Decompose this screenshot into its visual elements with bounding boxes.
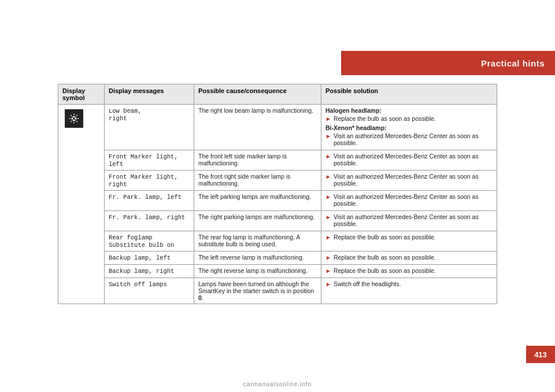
cause-4: The left parking lamps are malfunctionin… <box>194 191 321 211</box>
table-row: Rear foglampSubstitute bulb on The rear … <box>58 231 497 252</box>
display-message-9: Switch off lamps <box>105 278 194 304</box>
arrow-icon-3: ► <box>325 153 331 160</box>
table-row: Low beam,right The right low beam lamp i… <box>58 105 497 150</box>
table-header-row: Display symbol Display messages Possible… <box>58 84 497 105</box>
solution-text-7: Replace the bulb as soon as possible. <box>334 254 436 261</box>
solution-item-3: ► Visit an authorized Mercedes-Benz Cent… <box>325 173 493 187</box>
solution-text-8: Replace the bulb as soon as possible. <box>334 267 436 274</box>
solution-2: ► Visit an authorized Mercedes-Benz Cent… <box>321 150 497 171</box>
bulb-icon-svg <box>68 112 80 125</box>
svg-line-8 <box>71 121 72 122</box>
solution-item-2: ► Visit an authorized Mercedes-Benz Cent… <box>325 153 493 167</box>
solution-item-4: ► Visit an authorized Mercedes-Benz Cent… <box>325 193 493 207</box>
arrow-icon-4: ► <box>325 173 331 180</box>
arrow-icon-2: ► <box>325 133 331 139</box>
display-message-3: Front Marker light,right <box>105 171 194 191</box>
svg-line-6 <box>76 121 77 122</box>
arrow-icon-7: ► <box>325 234 331 241</box>
arrow-icon: ► <box>325 116 331 122</box>
watermark: carmanualsonline.info <box>243 381 312 387</box>
solution-halogen-item: ► Replace the bulb as soon as possible. <box>325 115 493 122</box>
cause-3: The front right side marker lamp is malf… <box>194 171 321 191</box>
page-title: Practical hints <box>481 58 545 68</box>
solution-text-5: Visit an authorized Mercedes-Benz Center… <box>334 213 493 227</box>
display-message-1: Low beam,right <box>105 105 194 150</box>
svg-line-5 <box>71 115 72 116</box>
arrow-icon-10: ► <box>325 281 331 287</box>
solution-bixenon-label: Bi-Xenon* headlamp: <box>325 124 493 131</box>
page-background: Practical hints 413 Display symbol Displ… <box>0 0 555 392</box>
solution-1: Halogen headlamp: ► Replace the bulb as … <box>321 105 497 150</box>
table-row: Fr. Park. lamp, right The right parking … <box>58 211 497 231</box>
main-table: Display symbol Display messages Possible… <box>58 84 497 304</box>
header-bar: Practical hints <box>341 51 555 75</box>
display-message-4: Fr. Park. lamp, left <box>105 191 194 211</box>
solution-5: ► Visit an authorized Mercedes-Benz Cent… <box>321 211 497 231</box>
solution-7: ► Replace the bulb as soon as possible. <box>321 252 497 265</box>
cause-1: The right low beam lamp is malfunctionin… <box>194 105 321 150</box>
solution-3: ► Visit an authorized Mercedes-Benz Cent… <box>321 171 497 191</box>
solution-bixenon-text: Visit an authorized Mercedes-Benz Center… <box>334 132 493 146</box>
table-container: Display symbol Display messages Possible… <box>58 84 497 334</box>
arrow-icon-8: ► <box>325 254 331 261</box>
display-message-6: Rear foglampSubstitute bulb on <box>105 231 194 252</box>
solution-4: ► Visit an authorized Mercedes-Benz Cent… <box>321 191 497 211</box>
solution-item-5: ► Visit an authorized Mercedes-Benz Cent… <box>325 213 493 227</box>
arrow-icon-9: ► <box>325 268 331 274</box>
solution-item-7: ► Replace the bulb as soon as possible. <box>325 254 493 261</box>
table-row: Backup lamp, right The right reverse lam… <box>58 265 497 278</box>
table-row: Front Marker light,right The front right… <box>58 171 497 191</box>
table-row: Fr. Park. lamp, left The left parking la… <box>58 191 497 211</box>
col-header-cause: Possible cause/consequence <box>194 84 321 105</box>
page-number: 413 <box>534 350 547 359</box>
solution-halogen-text: Replace the bulb as soon as possible. <box>334 115 436 122</box>
solution-text-3: Visit an authorized Mercedes-Benz Center… <box>334 173 493 187</box>
solution-9: ► Switch off the headlights. <box>321 278 497 304</box>
solution-text-4: Visit an authorized Mercedes-Benz Center… <box>334 193 493 207</box>
solution-text-6: Replace the bulb as soon as possible. <box>334 234 436 241</box>
solution-item-8: ► Replace the bulb as soon as possible. <box>325 267 493 274</box>
arrow-icon-5: ► <box>325 194 331 200</box>
cause-2: The front left side marker lamp is malfu… <box>194 150 321 171</box>
solution-item-9: ► Switch off the headlights. <box>325 280 493 287</box>
display-message-7: Backup lamp, left <box>105 252 194 265</box>
col-header-messages: Display messages <box>105 84 194 105</box>
page-number-box: 413 <box>526 346 555 363</box>
cause-9: Lamps have been turned on although the S… <box>194 278 321 304</box>
solution-halogen-label: Halogen headlamp: <box>325 107 493 114</box>
solution-text-9: Switch off the headlights. <box>334 280 401 287</box>
solution-item-6: ► Replace the bulb as soon as possible. <box>325 234 493 241</box>
col-header-symbol: Display symbol <box>58 84 105 105</box>
table-row: Backup lamp, left The left reverse lamp … <box>58 252 497 265</box>
solution-6: ► Replace the bulb as soon as possible. <box>321 231 497 252</box>
arrow-icon-6: ► <box>325 214 331 220</box>
cause-8: The right reverse lamp is malfunctioning… <box>194 265 321 278</box>
svg-line-7 <box>76 115 77 116</box>
cause-7: The left reverse lamp is malfunctioning. <box>194 252 321 265</box>
solution-text-2: Visit an authorized Mercedes-Benz Center… <box>334 153 493 167</box>
light-icon <box>65 109 83 128</box>
display-message-2: Front Marker light,left <box>105 150 194 171</box>
table-row: Front Marker light,left The front left s… <box>58 150 497 171</box>
table-row: Switch off lamps Lamps have been turned … <box>58 278 497 304</box>
cause-5: The right parking lamps are malfunctioni… <box>194 211 321 231</box>
solution-bixenon-item: ► Visit an authorized Mercedes-Benz Cent… <box>325 132 493 146</box>
col-header-solution: Possible solution <box>321 84 497 105</box>
symbol-cell <box>58 105 105 304</box>
display-message-8: Backup lamp, right <box>105 265 194 278</box>
cause-6: The rear fog lamp is malfunctioning. A s… <box>194 231 321 252</box>
display-message-5: Fr. Park. lamp, right <box>105 211 194 231</box>
solution-8: ► Replace the bulb as soon as possible. <box>321 265 497 278</box>
